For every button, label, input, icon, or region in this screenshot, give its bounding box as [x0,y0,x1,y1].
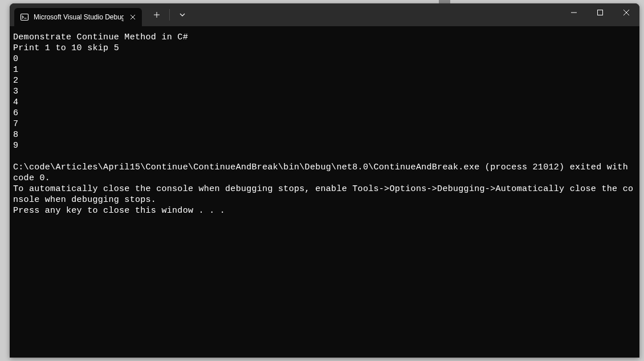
titlebar[interactable]: Microsoft Visual Studio Debug [10,3,639,26]
close-window-button[interactable] [613,3,639,22]
console-text: Demonstrate Continue Method in C# Print … [13,32,636,216]
console-output-area[interactable]: Demonstrate Continue Method in C# Print … [10,26,639,358]
active-tab[interactable]: Microsoft Visual Studio Debug [14,8,142,26]
svg-rect-0 [21,14,28,21]
new-tab-button[interactable] [149,7,165,23]
close-tab-button[interactable] [128,13,137,22]
maximize-button[interactable] [587,3,613,22]
titlebar-actions [149,3,190,26]
window-controls [561,3,639,22]
tab-title: Microsoft Visual Studio Debug [34,13,124,21]
svg-rect-1 [598,10,603,15]
terminal-window: Microsoft Visual Studio Debug [10,3,639,358]
terminal-icon [20,13,29,22]
divider [169,9,170,21]
minimize-button[interactable] [561,3,587,22]
tab-dropdown-button[interactable] [174,7,190,23]
